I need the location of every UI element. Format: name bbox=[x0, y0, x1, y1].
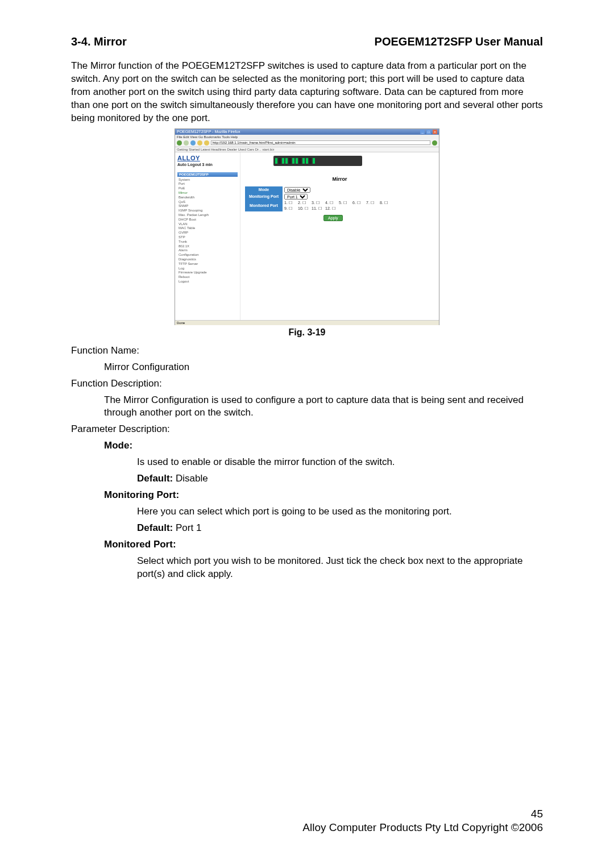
port-checkbox[interactable]: 3. ☐ bbox=[312, 201, 325, 205]
sidebar-item[interactable]: Bandwidth bbox=[177, 196, 238, 200]
port-led bbox=[275, 158, 277, 164]
param-mode-default: Default: Disable bbox=[137, 472, 543, 485]
reload-icon[interactable] bbox=[190, 140, 196, 146]
function-description-value: The Mirror Configuration is used to conf… bbox=[104, 394, 543, 420]
port-led bbox=[289, 158, 291, 164]
monitoring-port-select[interactable]: Port 1 bbox=[284, 194, 308, 200]
browser-toolbar: http://192.168.1.1/main_frame.html?first… bbox=[175, 139, 439, 147]
port-checkbox[interactable]: 1. ☐ bbox=[284, 201, 298, 205]
auto-logout-label: Auto Logout 3 min bbox=[177, 163, 238, 167]
apply-button[interactable]: Apply bbox=[323, 215, 343, 221]
port-checkbox[interactable]: 10. ☐ bbox=[298, 206, 312, 211]
sidebar-item[interactable]: Alarm bbox=[177, 248, 238, 253]
sidebar-item[interactable]: Configuration bbox=[177, 253, 238, 258]
window-buttons: _ □ × bbox=[420, 130, 437, 134]
minimize-icon[interactable]: _ bbox=[420, 130, 425, 134]
panel-heading: Mirror bbox=[245, 176, 434, 182]
function-description-label: Function Description: bbox=[71, 377, 543, 391]
sidebar: ALLOY Auto Logout 3 min POEGEM12T2SFP Sy… bbox=[175, 152, 240, 320]
sidebar-item[interactable]: VLAN bbox=[177, 222, 238, 227]
switch-graphic bbox=[273, 156, 362, 166]
port-checkbox[interactable]: 4. ☐ bbox=[325, 201, 339, 205]
sidebar-item[interactable]: System bbox=[177, 178, 238, 182]
logo: ALLOY bbox=[177, 155, 238, 161]
figure-caption: Fig. 3-19 bbox=[71, 327, 543, 338]
mode-select[interactable]: Disable bbox=[284, 187, 310, 193]
sidebar-item[interactable]: Firmware Upgrade bbox=[177, 271, 238, 275]
port-checkbox[interactable]: 11. ☐ bbox=[312, 206, 325, 211]
port-led bbox=[282, 158, 284, 164]
sidebar-item[interactable]: Max. Packet Length bbox=[177, 213, 238, 218]
bookmarks-bar[interactable]: Getting Started Latest Headlines Dealer … bbox=[175, 147, 439, 152]
nav-header: POEGEM12T2SFP bbox=[177, 172, 238, 177]
function-name-label: Function Name: bbox=[71, 344, 543, 358]
function-name-value: Mirror Configuration bbox=[104, 361, 543, 374]
sidebar-item[interactable]: DHCP Boot bbox=[177, 218, 238, 222]
window-title: POEGEM12T2SFP - Mozilla Firefox bbox=[177, 130, 240, 134]
home-icon[interactable] bbox=[204, 140, 209, 146]
sidebar-item[interactable]: PoE bbox=[177, 186, 238, 191]
port-checkbox[interactable]: 6. ☐ bbox=[352, 201, 366, 205]
sidebar-item[interactable]: QoS bbox=[177, 200, 238, 205]
param-monitoring-label: Monitoring Port: bbox=[104, 489, 543, 502]
monitored-ports-row[interactable]: 9. ☐10. ☐11. ☐12. ☐ bbox=[283, 206, 404, 211]
manual-title: POEGEM12T2SFP User Manual bbox=[375, 35, 543, 48]
monitored-ports-row[interactable]: 1. ☐2. ☐3. ☐4. ☐5. ☐6. ☐7. ☐8. ☐ bbox=[283, 200, 404, 206]
copyright-text: Alloy Computer Products Pty Ltd Copyrigh… bbox=[302, 821, 543, 833]
port-led bbox=[285, 158, 288, 164]
forward-icon[interactable] bbox=[184, 140, 189, 146]
nav-list: SystemPortPoEMirrorBandwidthQoSSNMPIGMP … bbox=[177, 178, 238, 284]
go-icon[interactable] bbox=[432, 140, 437, 146]
sidebar-item[interactable]: Diagnostics bbox=[177, 258, 238, 262]
sidebar-item[interactable]: Mirror bbox=[177, 191, 238, 196]
port-led bbox=[296, 158, 298, 164]
sidebar-item[interactable]: Log bbox=[177, 267, 238, 271]
param-mode-label: Mode: bbox=[104, 439, 543, 452]
page-footer: 45 Alloy Computer Products Pty Ltd Copyr… bbox=[302, 808, 543, 834]
port-led bbox=[299, 158, 301, 164]
sidebar-item[interactable]: MAC Table bbox=[177, 226, 238, 231]
sidebar-item[interactable]: Trunk bbox=[177, 240, 238, 244]
port-checkbox[interactable]: 5. ☐ bbox=[339, 201, 352, 205]
screenshot-figure: POEGEM12T2SFP - Mozilla Firefox _ □ × Fi… bbox=[175, 128, 439, 325]
url-field[interactable]: http://192.168.1.1/main_frame.html?first… bbox=[211, 140, 430, 145]
window-titlebar: POEGEM12T2SFP - Mozilla Firefox _ □ × bbox=[175, 129, 439, 135]
param-monitoring-default: Default: Port 1 bbox=[137, 522, 543, 535]
sidebar-item[interactable]: 802.1X bbox=[177, 244, 238, 249]
sidebar-item[interactable]: SNMP bbox=[177, 204, 238, 209]
port-checkbox[interactable]: 8. ☐ bbox=[380, 201, 393, 205]
status-bar: Done bbox=[175, 320, 439, 325]
port-led bbox=[309, 158, 312, 164]
monitored-port-row-label: Monitored Port bbox=[245, 200, 283, 211]
mode-row-label: Mode bbox=[245, 186, 283, 193]
monitoring-port-row-label: Monitoring Port bbox=[245, 193, 283, 200]
port-checkbox[interactable]: 2. ☐ bbox=[298, 201, 312, 205]
sidebar-item[interactable]: GVRP bbox=[177, 231, 238, 235]
sidebar-item[interactable]: Reboot bbox=[177, 275, 238, 280]
param-mode-text: Is used to enable or disable the mirror … bbox=[137, 456, 543, 469]
back-icon[interactable] bbox=[177, 140, 182, 146]
parameter-description-label: Parameter Description: bbox=[71, 423, 543, 436]
section-title: 3-4. Mirror bbox=[71, 35, 127, 48]
port-checkbox[interactable]: 9. ☐ bbox=[284, 206, 298, 211]
sidebar-item[interactable]: TFTP Server bbox=[177, 262, 238, 267]
sidebar-item[interactable]: Logout bbox=[177, 280, 238, 284]
sidebar-item[interactable]: Port bbox=[177, 182, 238, 186]
port-led bbox=[302, 158, 305, 164]
port-led bbox=[279, 158, 281, 164]
port-checkbox[interactable]: 12. ☐ bbox=[325, 206, 339, 211]
mirror-config-table: Mode Disable Monitoring Port Port 1 Moni… bbox=[245, 186, 404, 211]
port-led bbox=[306, 158, 308, 164]
port-led bbox=[292, 158, 294, 164]
param-monitoring-text: Here you can select which port is going … bbox=[137, 505, 543, 518]
close-icon[interactable]: × bbox=[433, 130, 437, 134]
maximize-icon[interactable]: □ bbox=[426, 130, 431, 134]
param-monitored-label: Monitored Port: bbox=[104, 538, 543, 551]
sidebar-item[interactable]: STP bbox=[177, 235, 238, 240]
port-checkbox[interactable]: 7. ☐ bbox=[366, 201, 380, 205]
main-panel: Mirror Mode Disable Monitoring Port Port… bbox=[240, 152, 439, 320]
stop-icon[interactable] bbox=[197, 140, 202, 146]
menubar[interactable]: File Edit View Go Bookmarks Tools Help bbox=[175, 135, 439, 139]
param-monitored-text: Select which port you wish to be monitor… bbox=[137, 555, 543, 581]
sidebar-item[interactable]: IGMP Snooping bbox=[177, 209, 238, 213]
